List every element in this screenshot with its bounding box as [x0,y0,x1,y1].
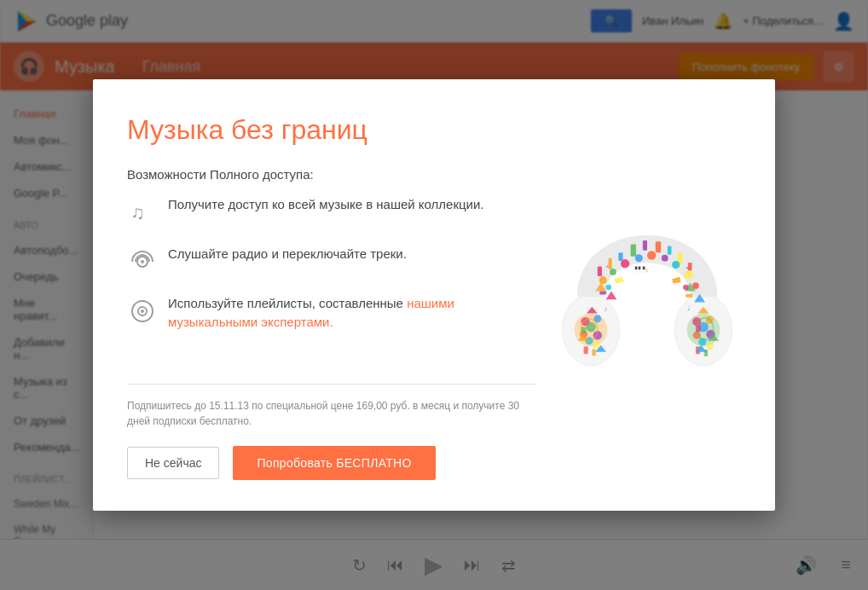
feature-text-3: Используйте плейлисты, составленные наши… [168,294,536,333]
subscription-modal: Музыка без границ Возможности Полного до… [93,79,775,510]
svg-point-41 [593,342,600,349]
modal-overlay: Музыка без границ Возможности Полного до… [0,0,868,590]
svg-rect-12 [598,266,602,276]
feature-item-1: ♫ Получите доступ ко всей музыке в нашей… [127,195,536,228]
modal-right-panel: ♪ ♩ ♬ [553,113,741,479]
svg-rect-16 [643,240,647,251]
svg-point-9 [141,309,144,313]
headphones-illustration: ♪ ♩ ♬ [553,126,741,467]
svg-rect-63 [686,294,692,298]
experts-highlight: нашими музыкальными экспертами. [168,296,454,330]
svg-rect-20 [688,263,692,271]
svg-point-27 [672,261,680,269]
svg-text:♩: ♩ [687,304,691,312]
svg-point-22 [610,269,616,275]
modal-title: Музыка без границ [127,113,536,146]
svg-rect-67 [635,266,638,269]
svg-rect-18 [668,246,672,254]
svg-rect-13 [609,258,612,269]
svg-rect-62 [599,292,606,295]
svg-rect-15 [631,245,636,257]
svg-point-65 [683,285,688,290]
svg-rect-17 [656,241,661,252]
music-notes-icon: ♫ [127,197,158,228]
svg-rect-68 [639,266,641,269]
feature-text-2: Слушайте радио и переключайте треки. [168,245,407,264]
svg-point-64 [605,285,610,290]
modal-buttons: Не сейчас Попробовать БЕСПЛАТНО [127,446,536,480]
modal-features-list: ♫ Получите доступ ко всей музыке в нашей… [127,195,536,350]
radio-icon [127,246,158,277]
try-free-button[interactable]: Попробовать БЕСПЛАТНО [233,446,435,480]
playlist-icon [127,296,158,327]
svg-text:♪: ♪ [605,305,608,313]
svg-point-28 [684,270,692,279]
svg-marker-31 [605,292,616,300]
svg-point-55 [707,343,714,350]
feature-item-2: Слушайте радио и переключайте треки. [127,245,536,277]
svg-text:♬: ♬ [645,267,649,273]
modal-left-panel: Музыка без границ Возможности Полного до… [127,113,536,479]
svg-point-24 [635,254,643,262]
svg-point-37 [586,322,596,333]
svg-point-21 [599,276,607,284]
svg-point-25 [647,251,656,259]
svg-point-26 [662,255,668,262]
svg-rect-42 [584,346,588,354]
modal-subtitle: Возможности Полного доступа: [127,167,536,182]
not-now-button[interactable]: Не сейчас [127,447,219,479]
feature-item-3: Используйте плейлисты, составленные наши… [127,294,536,333]
promo-text: Подпишитесь до 15.11.13 по специальной ц… [127,398,536,429]
svg-point-6 [141,260,144,263]
svg-rect-14 [618,252,622,261]
modal-divider [127,384,536,385]
svg-point-23 [621,259,629,268]
svg-text:♫: ♫ [130,202,145,223]
svg-rect-43 [592,349,596,356]
feature-text-1: Получите доступ ко всей музыке в нашей к… [168,195,484,215]
